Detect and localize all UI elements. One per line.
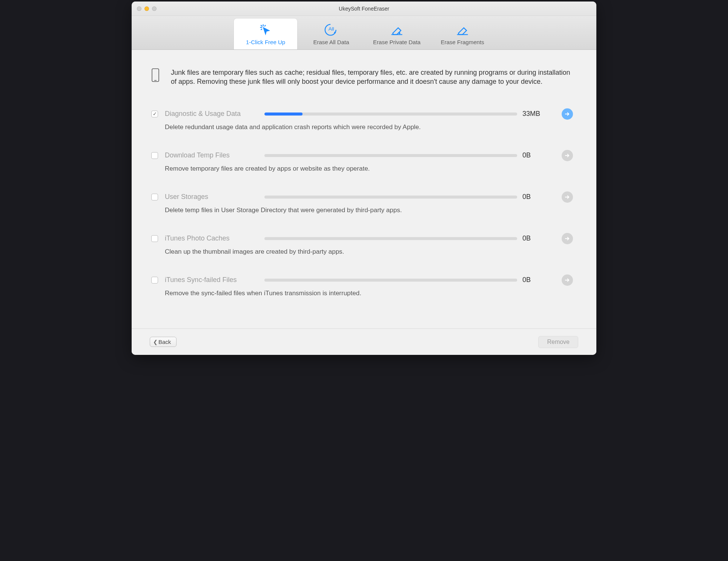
- item-description: Remove the sync-failed files when iTunes…: [165, 290, 577, 297]
- item-title: User Storages: [165, 193, 259, 201]
- remove-button-label: Remove: [547, 339, 570, 345]
- tab-erase-private-data[interactable]: Erase Private Data: [365, 18, 429, 49]
- item-checkbox[interactable]: [151, 152, 158, 159]
- tab-label: Erase Fragments: [441, 39, 484, 45]
- app-window: UkeySoft FoneEraser 1-Click Free Up: [132, 2, 596, 355]
- item-progress-bar: [264, 154, 517, 157]
- item-checkbox[interactable]: [151, 277, 158, 284]
- cleanup-item: Diagnostic & Usage Data33MBDelete redund…: [151, 108, 577, 150]
- arrow-right-icon: [564, 153, 570, 159]
- item-go-button: [562, 233, 573, 244]
- svg-line-3: [264, 25, 266, 26]
- item-description: Clean up the thumbnail images are create…: [165, 248, 577, 256]
- item-progress-bar: [264, 113, 517, 116]
- item-size: 0B: [522, 234, 556, 242]
- item-title: Diagnostic & Usage Data: [165, 110, 259, 118]
- item-go-button: [562, 150, 573, 161]
- arrow-right-icon: [564, 277, 570, 283]
- content-area: Junk files are temporary files such as c…: [132, 50, 596, 328]
- intro-block: Junk files are temporary files such as c…: [151, 68, 577, 86]
- cursor-click-icon: [258, 23, 273, 37]
- item-title: iTunes Sync-failed Files: [165, 276, 259, 284]
- chevron-left-icon: ❮: [153, 339, 158, 345]
- tab-erase-all-data[interactable]: All Erase All Data: [299, 18, 363, 49]
- item-description: Delete temp files in User Storage Direct…: [165, 207, 577, 214]
- tabbar: 1-Click Free Up All Erase All Data Er: [132, 16, 596, 50]
- item-title: iTunes Photo Caches: [165, 234, 259, 242]
- svg-line-2: [261, 25, 262, 26]
- item-progress-bar: [264, 196, 517, 199]
- item-title: Download Temp Files: [165, 151, 259, 159]
- titlebar: UkeySoft FoneEraser: [132, 2, 596, 16]
- tab-label: 1-Click Free Up: [246, 39, 285, 45]
- item-go-button[interactable]: [562, 108, 573, 120]
- item-checkbox[interactable]: [151, 111, 158, 117]
- svg-rect-10: [152, 69, 159, 82]
- cleanup-item: iTunes Photo Caches0BClean up the thumbn…: [151, 233, 577, 274]
- erase-all-icon: All: [324, 23, 339, 37]
- item-progress-bar: [264, 279, 517, 282]
- cleanup-item: iTunes Sync-failed Files0BRemove the syn…: [151, 274, 577, 316]
- svg-text:All: All: [329, 26, 334, 31]
- svg-point-6: [334, 31, 336, 33]
- item-checkbox[interactable]: [151, 194, 158, 200]
- arrow-right-icon: [564, 111, 570, 117]
- cleanup-item: Download Temp Files0BRemove temporary fi…: [151, 150, 577, 191]
- item-size: 0B: [522, 151, 556, 159]
- item-go-button: [562, 191, 573, 203]
- item-checkbox[interactable]: [151, 235, 158, 242]
- footer: ❮ Back Remove: [132, 328, 596, 355]
- cleanup-item: User Storages0BDelete temp files in User…: [151, 191, 577, 233]
- item-description: Delete redundant usage data and applicat…: [165, 123, 577, 131]
- svg-point-8: [399, 32, 401, 34]
- tab-label: Erase All Data: [313, 39, 349, 45]
- phone-icon: [151, 68, 160, 84]
- remove-button[interactable]: Remove: [538, 336, 578, 348]
- item-description: Remove temporary files are created by ap…: [165, 165, 577, 173]
- item-progress-bar: [264, 237, 517, 240]
- eraser-fragments-icon: [455, 23, 470, 37]
- back-button[interactable]: ❮ Back: [150, 337, 177, 347]
- tab-label: Erase Private Data: [373, 39, 421, 45]
- item-size: 33MB: [522, 110, 556, 118]
- window-title: UkeySoft FoneEraser: [132, 6, 596, 12]
- svg-line-4: [261, 29, 262, 30]
- tab-1-click-free-up[interactable]: 1-Click Free Up: [234, 18, 297, 49]
- tab-erase-fragments[interactable]: Erase Fragments: [431, 18, 494, 49]
- arrow-right-icon: [564, 194, 570, 200]
- item-size: 0B: [522, 276, 556, 284]
- intro-text: Junk files are temporary files such as c…: [171, 68, 571, 86]
- eraser-private-icon: [389, 23, 404, 37]
- item-size: 0B: [522, 193, 556, 201]
- item-go-button: [562, 274, 573, 286]
- arrow-right-icon: [564, 236, 570, 242]
- back-button-label: Back: [158, 339, 171, 345]
